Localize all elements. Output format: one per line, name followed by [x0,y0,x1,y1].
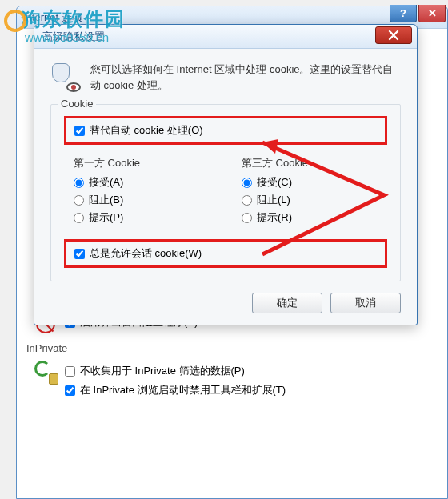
override-auto-cookie-label: 替代自动 cookie 处理(O) [90,123,203,138]
always-session-cookie-checkbox[interactable] [74,249,85,259]
third-party-prompt-row[interactable]: 提示(R) [242,210,378,225]
always-session-cookie-row[interactable]: 总是允许会话 cookie(W) [74,246,377,261]
privacy-icon [50,62,79,90]
first-party-column: 第一方 Cookie 接受(A) 阻止(B) 提示(P) [74,156,210,228]
first-party-block-radio[interactable] [74,195,84,206]
parent-close-button[interactable]: ✕ [418,5,446,22]
inprivate-section-title: InPrivate [26,342,434,354]
inprivate-icon [33,359,58,385]
modal-body: 您可以选择如何在 Internet 区域中处理 cookie。这里的设置替代自动… [34,49,417,325]
modal-titlebar: 高级隐私设置 [34,25,417,49]
help-button[interactable]: ? [390,5,417,22]
modal-close-button[interactable] [375,26,412,44]
third-party-prompt-radio[interactable] [242,213,252,223]
parent-title: Internet 选项 [23,10,82,25]
override-auto-cookie-row[interactable]: 替代自动 cookie 处理(O) [74,123,377,138]
first-party-block-row[interactable]: 阻止(B) [74,193,210,207]
cookie-columns: 第一方 Cookie 接受(A) 阻止(B) 提示(P) 第三 [64,154,387,230]
parent-window-controls: ? ✕ [388,5,446,22]
inprivate-disable-toolbars-label: 在 InPrivate 浏览启动时禁用工具栏和扩展(T) [80,383,286,397]
inprivate-row: 不收集用于 InPrivate 筛选的数据(P) 在 InPrivate 浏览启… [30,359,434,402]
third-party-accept-radio[interactable] [242,178,252,188]
inprivate-disable-toolbars-row[interactable]: 在 InPrivate 浏览启动时禁用工具栏和扩展(T) [65,383,434,397]
third-party-column: 第三方 Cookie 接受(C) 阻止(L) 提示(R) [242,156,378,228]
inprivate-disable-toolbars-checkbox[interactable] [65,385,75,396]
ok-button[interactable]: 确定 [252,293,322,313]
inprivate-nodata-checkbox[interactable] [65,366,75,377]
first-party-block-label: 阻止(B) [89,193,123,207]
third-party-prompt-label: 提示(R) [257,210,292,225]
first-party-accept-radio[interactable] [74,178,84,188]
cancel-button[interactable]: 取消 [330,293,401,313]
session-cookie-highlight: 总是允许会话 cookie(W) [64,239,387,268]
modal-title: 高级隐私设置 [42,30,105,44]
third-party-title: 第三方 Cookie [242,156,378,170]
first-party-accept-row[interactable]: 接受(A) [74,175,210,190]
inprivate-nodata-row[interactable]: 不收集用于 InPrivate 筛选的数据(P) [65,364,434,378]
first-party-title: 第一方 Cookie [74,156,210,170]
override-auto-cookie-checkbox[interactable] [74,126,85,136]
third-party-accept-row[interactable]: 接受(C) [242,175,378,190]
first-party-prompt-label: 提示(P) [89,210,123,225]
cookie-group-title: Cookie [58,98,96,110]
first-party-accept-label: 接受(A) [89,175,123,190]
first-party-prompt-row[interactable]: 提示(P) [74,210,210,225]
inprivate-nodata-label: 不收集用于 InPrivate 筛选的数据(P) [80,364,245,378]
advanced-privacy-dialog: 高级隐私设置 您可以选择如何在 Internet 区域中处理 cookie。这里… [34,24,418,325]
third-party-block-row[interactable]: 阻止(L) [242,193,378,207]
dialog-button-row: 确定 取消 [50,293,401,313]
first-party-prompt-radio[interactable] [74,213,84,223]
intro-row: 您可以选择如何在 Internet 区域中处理 cookie。这里的设置替代自动… [50,62,401,93]
intro-text: 您可以选择如何在 Internet 区域中处理 cookie。这里的设置替代自动… [90,62,401,93]
cookie-groupbox: Cookie 替代自动 cookie 处理(O) 第一方 Cookie 接受(A… [50,104,401,281]
always-session-cookie-label: 总是允许会话 cookie(W) [90,246,202,261]
third-party-accept-label: 接受(C) [257,175,292,190]
override-highlight: 替代自动 cookie 处理(O) [64,116,387,145]
third-party-block-label: 阻止(L) [257,193,290,207]
close-icon [388,30,399,41]
third-party-block-radio[interactable] [242,195,252,206]
